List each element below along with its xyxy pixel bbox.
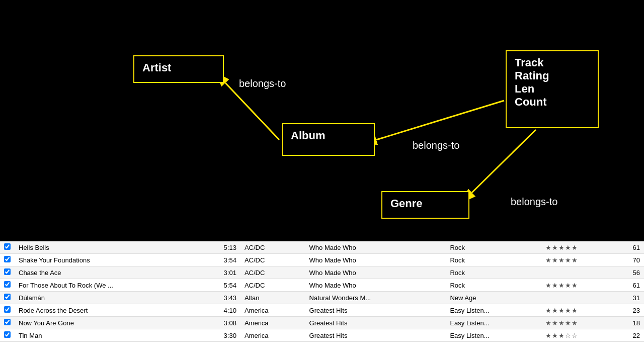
track-name: Tin Man [15,329,218,342]
track-stars [541,266,624,279]
entity-track: TrackRatingLenCount [506,50,599,128]
track-time: 5:13 [218,241,240,254]
music-table: Hells Bells 5:13 AC/DC Who Made Who Rock… [0,241,644,362]
track-genre: Easy Listen... [446,317,541,329]
svg-line-3 [472,130,536,193]
svg-line-2 [376,101,504,140]
track-count: 70 [624,254,644,266]
track-artist: America [240,329,305,342]
track-count: 61 [624,279,644,292]
track-stars: ★★★★★ [541,317,624,329]
row-checkbox[interactable] [0,279,15,292]
track-stars: ★★★★★ [541,254,624,266]
track-artist: America [240,304,305,317]
track-album: Greatest Hits [305,304,446,317]
row-checkbox[interactable] [0,241,15,254]
entity-album: Album [282,123,375,156]
entity-artist: Artist [133,55,224,83]
track-name: Now You Are Gone [15,317,218,329]
track-album: Natural Wonders M... [305,292,446,304]
track-genre: Rock [446,266,541,279]
track-count: 23 [624,304,644,317]
track-count: 61 [624,241,644,254]
track-name: Shake Your Foundations [15,254,218,266]
table-row: Now You Are Gone 3:08 America Greatest H… [0,317,644,329]
track-count: 31 [624,292,644,304]
track-time: 3:30 [218,329,240,342]
track-album: Greatest Hits [305,329,446,342]
track-time: 4:10 [218,304,240,317]
track-stars: ★★★☆☆ [541,329,624,342]
track-time: 3:54 [218,254,240,266]
track-artist: AC/DC [240,266,305,279]
row-checkbox[interactable] [0,292,15,304]
track-artist: America [240,317,305,329]
track-count: 18 [624,317,644,329]
track-genre: Easy Listen... [446,304,541,317]
table-row: Dúlamán 3:43 Altan Natural Wonders M... … [0,292,644,304]
track-stars [541,292,624,304]
table-row: Tin Man 3:30 America Greatest Hits Easy … [0,329,644,342]
track-genre: Rock [446,254,541,266]
track-genre: Easy Listen... [446,329,541,342]
relation-rel1: belongs-to [239,78,286,89]
track-artist: AC/DC [240,279,305,292]
table-row: For Those About To Rock (We ... 5:54 AC/… [0,279,644,292]
track-count: 56 [624,266,644,279]
table-row: Shake Your Foundations 3:54 AC/DC Who Ma… [0,254,644,266]
svg-line-1 [225,83,279,140]
track-name: Hells Bells [15,241,218,254]
track-artist: AC/DC [240,241,305,254]
row-checkbox[interactable] [0,266,15,279]
row-checkbox[interactable] [0,304,15,317]
track-name: Rode Across the Desert [15,304,218,317]
tracks-table: Hells Bells 5:13 AC/DC Who Made Who Rock… [0,241,644,342]
table-row: Rode Across the Desert 4:10 America Grea… [0,304,644,317]
table-row: Chase the Ace 3:01 AC/DC Who Made Who Ro… [0,266,644,279]
track-album: Who Made Who [305,279,446,292]
track-time: 3:01 [218,266,240,279]
entity-genre: Genre [381,191,469,219]
table-row: Hells Bells 5:13 AC/DC Who Made Who Rock… [0,241,644,254]
row-checkbox[interactable] [0,254,15,266]
track-name: Chase the Ace [15,266,218,279]
track-name: Dúlamán [15,292,218,304]
track-count: 22 [624,329,644,342]
track-time: 3:43 [218,292,240,304]
track-album: Who Made Who [305,254,446,266]
track-time: 3:08 [218,317,240,329]
track-genre: New Age [446,292,541,304]
row-checkbox[interactable] [0,329,15,342]
track-stars: ★★★★★ [541,279,624,292]
track-time: 5:54 [218,279,240,292]
track-stars: ★★★★★ [541,241,624,254]
track-artist: Altan [240,292,305,304]
track-genre: Rock [446,241,541,254]
relation-rel2: belongs-to [413,140,459,151]
track-album: Who Made Who [305,266,446,279]
track-stars: ★★★★★ [541,304,624,317]
track-album: Who Made Who [305,241,446,254]
track-genre: Rock [446,279,541,292]
track-artist: AC/DC [240,254,305,266]
row-checkbox[interactable] [0,317,15,329]
relation-rel3: belongs-to [511,196,557,208]
track-name: For Those About To Rock (We ... [15,279,218,292]
track-album: Greatest Hits [305,317,446,329]
